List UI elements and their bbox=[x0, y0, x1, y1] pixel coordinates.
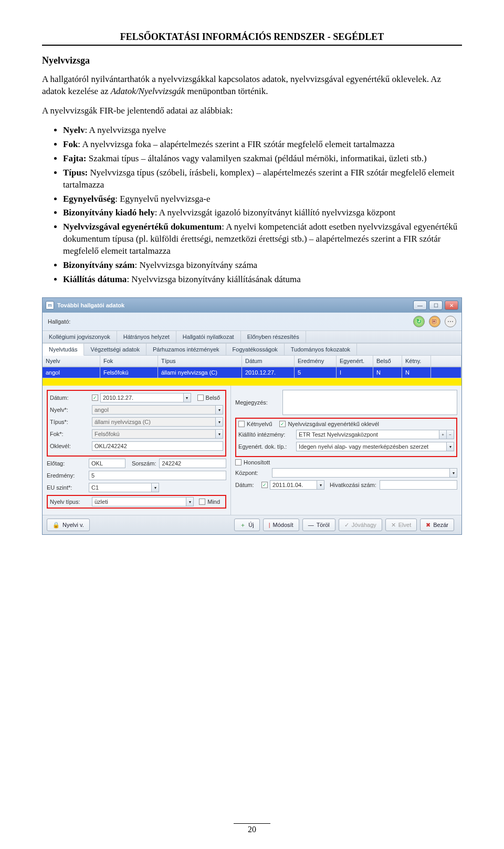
hivatkozas-input[interactable] bbox=[380, 480, 457, 490]
datum2-checkbox[interactable]: ✓ bbox=[261, 482, 268, 488]
lock-icon: 🔒 bbox=[52, 522, 60, 529]
column-header[interactable]: Nyelv bbox=[43, 356, 100, 367]
cell[interactable]: állami nyelvvizsga (C) bbox=[158, 367, 242, 378]
form-left: Dátum: ✓ 2010.12.27. ▾ Belső Nyelv*:ango… bbox=[43, 386, 231, 515]
window-title: További hallgatói adatok bbox=[57, 302, 124, 308]
column-header[interactable]: Egyenért. bbox=[337, 356, 373, 367]
egyenert-chk-label: Nyelvvizsgával egyenértékű oklevél bbox=[288, 421, 379, 427]
shield-icon[interactable]: ⛨ bbox=[429, 316, 440, 327]
tab[interactable]: Nyelvtudás bbox=[43, 344, 84, 356]
honositott-label: Honosított bbox=[244, 459, 270, 465]
datum-dropdown-icon[interactable]: ▾ bbox=[184, 393, 191, 402]
bullet-item: Nyelvvizsgával egyenértékű dokumentum: A… bbox=[63, 221, 462, 257]
megjegyzes-label: Megjegyzés: bbox=[235, 399, 282, 406]
tab-row-1: Kollégiumi jogviszonyokHátrányos helyzet… bbox=[43, 330, 461, 343]
cell[interactable]: angol bbox=[43, 367, 100, 378]
cell[interactable]: N bbox=[402, 367, 431, 378]
bezar-button[interactable]: ✖Bezár bbox=[420, 519, 454, 531]
minus-icon[interactable]: − bbox=[447, 430, 454, 439]
close-button[interactable]: ✕ bbox=[445, 301, 458, 310]
eredmeny-input[interactable]: 5 bbox=[89, 471, 226, 480]
dropdown-icon[interactable]: ▾ bbox=[447, 442, 454, 451]
paragraph-2: A nyelvvizsgák FIR-be jelentendő adatai … bbox=[42, 105, 462, 117]
egyenert-checkbox[interactable]: ✓ bbox=[279, 421, 286, 427]
dropdown-icon[interactable]: ▾ bbox=[216, 417, 223, 427]
cell[interactable]: I bbox=[337, 367, 373, 378]
uj-button[interactable]: ＋Új bbox=[234, 519, 259, 531]
egyenert-doc-label: Egyenért. dok. típ.: bbox=[238, 443, 296, 450]
tab[interactable]: Hallgatói nyilatkozat bbox=[176, 331, 241, 343]
nyelviv-button[interactable]: 🔒Nyelvi v. bbox=[47, 519, 90, 531]
tab[interactable]: Párhuzamos intézmények bbox=[146, 344, 226, 355]
elotag-input[interactable]: OKL bbox=[89, 459, 125, 468]
close-icon: ✖ bbox=[426, 522, 430, 529]
column-header[interactable]: Kétny. bbox=[402, 356, 431, 367]
refresh-icon[interactable]: ↻ bbox=[413, 316, 425, 327]
ketnyelu-checkbox[interactable] bbox=[238, 421, 245, 427]
minus-icon: — bbox=[308, 522, 314, 528]
jovahagy-button[interactable]: ✓Jóváhagy bbox=[339, 519, 382, 531]
paragraph-1: A hallgatóról nyilvántarthatók a nyelvvi… bbox=[42, 74, 462, 98]
dropdown-icon[interactable]: ▾ bbox=[317, 480, 324, 490]
nyelvtipus-input[interactable]: üzleti bbox=[92, 497, 186, 506]
oklevel-label: Oklevél: bbox=[50, 443, 92, 449]
dropdown-icon[interactable]: ▾ bbox=[152, 483, 159, 492]
column-header[interactable]: Fok bbox=[100, 356, 158, 367]
tipus-input[interactable]: állami nyelvvizsga (C) bbox=[92, 417, 216, 427]
torol-button[interactable]: —Töröl bbox=[302, 519, 335, 531]
cell[interactable]: Felsőfokú bbox=[100, 367, 158, 378]
tab[interactable]: Előnyben részesítés bbox=[241, 331, 306, 343]
dropdown-icon[interactable]: ▾ bbox=[216, 405, 223, 415]
cell[interactable]: N bbox=[373, 367, 402, 378]
dropdown-icon[interactable]: ▾ bbox=[186, 497, 194, 506]
maximize-button[interactable]: ☐ bbox=[429, 301, 443, 310]
kozpont-input[interactable] bbox=[272, 468, 450, 478]
plus-icon[interactable]: + bbox=[439, 430, 447, 439]
column-header[interactable]: Típus bbox=[158, 356, 242, 367]
edit-icon: | bbox=[269, 522, 270, 528]
mind-checkbox[interactable] bbox=[199, 499, 205, 505]
column-header[interactable]: Belső bbox=[373, 356, 402, 367]
tab[interactable]: Fogyatékosságok bbox=[226, 344, 285, 355]
tab[interactable]: Hátrányos helyzet bbox=[117, 331, 176, 343]
kiallito-input[interactable]: ETR Teszt Nyelvvizsgaközpont bbox=[296, 430, 439, 439]
nyelv-input[interactable]: angol bbox=[92, 405, 216, 415]
datum-checkbox[interactable]: ✓ bbox=[92, 395, 98, 401]
datum2-label: Dátum: bbox=[235, 482, 261, 488]
modosit-button[interactable]: |Módosít bbox=[263, 519, 299, 531]
cell[interactable]: 5 bbox=[295, 367, 337, 378]
bullet-item: Típus: Nyelvvizsga típus (szóbeli, írásb… bbox=[63, 167, 462, 191]
sorszam-input[interactable]: 242242 bbox=[159, 459, 226, 468]
eredmeny-label: Eredmény: bbox=[47, 472, 89, 479]
more-icon[interactable]: ⋯ bbox=[445, 316, 456, 327]
oklevel-input[interactable]: OKL/242242 bbox=[92, 441, 223, 451]
fok-label: Fok*: bbox=[50, 431, 92, 437]
dropdown-icon[interactable]: ▾ bbox=[450, 468, 457, 478]
minimize-button[interactable]: — bbox=[413, 301, 427, 310]
fok-input[interactable]: Felsőfokú bbox=[92, 429, 216, 439]
belso-checkbox[interactable] bbox=[197, 395, 204, 401]
tipus-label: Típus*: bbox=[50, 419, 92, 425]
cell[interactable]: 2010.12.27. bbox=[242, 367, 295, 378]
form-right: Megjegyzés: Kétnyelvű ✓Nyelvvizsgával eg… bbox=[231, 386, 461, 515]
app-icon: m bbox=[46, 301, 54, 309]
button-bar: 🔒Nyelvi v. ＋Új |Módosít —Töröl ✓Jóváhagy… bbox=[43, 515, 461, 534]
elvet-button[interactable]: ✕Elvet bbox=[385, 519, 417, 531]
tab[interactable]: Tudományos fokozatok bbox=[285, 344, 357, 355]
sorszam-label: Sorszám: bbox=[132, 460, 156, 467]
datum-input[interactable]: 2010.12.27. bbox=[100, 393, 184, 402]
column-header[interactable]: Eredmény bbox=[295, 356, 337, 367]
dropdown-icon[interactable]: ▾ bbox=[216, 429, 223, 439]
column-header[interactable]: Dátum bbox=[242, 356, 295, 367]
tab[interactable]: Végzettségi adatok bbox=[84, 344, 146, 355]
datum2-input[interactable]: 2011.01.04. bbox=[270, 480, 317, 490]
megjegyzes-input[interactable] bbox=[282, 390, 457, 415]
egyenert-doc-input[interactable]: Idegen nyelvi alap- vagy mesterképzésben… bbox=[296, 442, 447, 451]
euszint-input[interactable]: C1 bbox=[89, 483, 152, 492]
titlebar: m További hallgatói adatok — ☐ ✕ bbox=[43, 298, 461, 313]
honositott-checkbox[interactable] bbox=[235, 459, 242, 465]
column-header[interactable] bbox=[431, 356, 461, 367]
bullet-item: Egynyelvűség: Egynyelvű nyelvvizsga-e bbox=[63, 193, 462, 205]
tab[interactable]: Kollégiumi jogviszonyok bbox=[43, 331, 117, 343]
cell[interactable] bbox=[431, 367, 461, 378]
